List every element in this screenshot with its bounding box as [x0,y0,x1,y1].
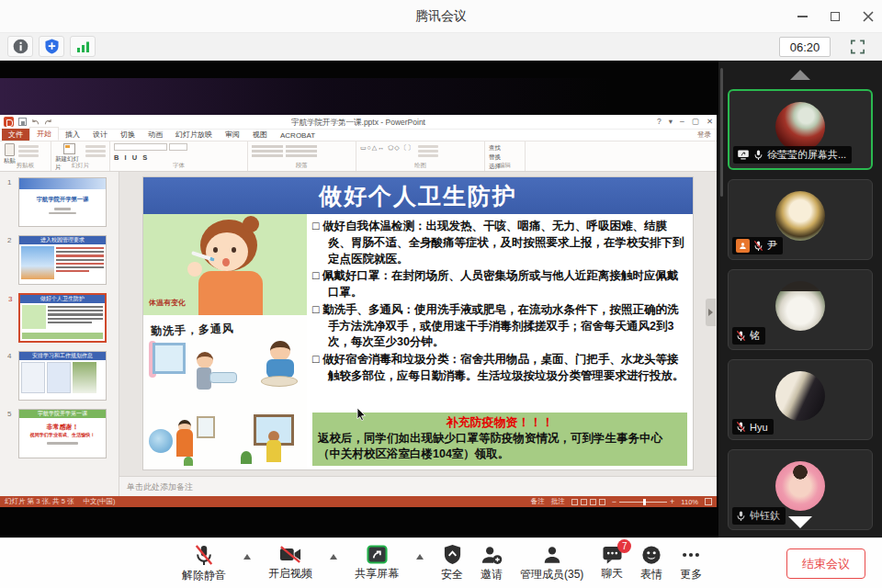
meeting-info-button[interactable] [7,36,33,57]
thumb2-title: 进入校园管理要求 [19,236,106,244]
comments-toggle[interactable]: 批注 [551,497,565,506]
shape-gallery[interactable]: ▭○△↔ ⬠◇〔〕 [360,143,415,152]
chevron-right-icon [708,309,713,316]
info-icon [13,39,28,54]
font-size-select[interactable] [169,143,187,151]
thumbnail-slide-5[interactable]: 5 宇航学院开学第一课 非常感谢！ 祝同学们学业有成、生活愉快！ [18,409,107,458]
ribbon-group-font: B I U S 字体 [110,141,248,171]
thumbnail-slide-1[interactable]: 1 宇航学院开学第一课 [18,177,107,227]
mic-muted-icon [194,544,214,566]
tab-view[interactable]: 视图 [246,129,274,141]
network-quality-button[interactable] [70,36,96,57]
thumb1-header [19,178,106,189]
mic-on-icon [736,510,746,522]
smiley-icon [641,545,662,565]
meeting-security-button[interactable] [39,36,64,57]
hand-washing-cartoon: 勤洗手，多通风 [143,315,307,469]
zoom-in-icon[interactable]: + [670,499,674,505]
share-screen-button[interactable]: 共享屏幕 [355,545,399,582]
unmute-button[interactable]: 解除静音 [182,544,226,583]
thumbnail-slide-3-selected[interactable]: 3 做好个人卫生防护 [18,293,107,343]
ppt-document-title: 宇航学院开学第一课.pptx - PowerPoint [0,118,717,129]
security-button[interactable]: 安全 [441,544,463,582]
find-button[interactable]: 查找 [489,144,501,153]
zoom-out-icon[interactable]: − [612,499,616,505]
timer-value: 06:20 [790,40,820,54]
slide-title-banner: 做好个人卫生防护 [143,177,693,214]
tab-insert[interactable]: 插入 [59,129,86,141]
tab-animations[interactable]: 动画 [141,129,169,141]
tab-file[interactable]: 文件 [2,129,29,141]
mic-muted-icon [736,330,746,342]
start-video-button[interactable]: 开启视频 [268,545,312,582]
invite-button[interactable]: 邀请 [481,545,503,582]
tab-acrobat[interactable]: ACROBAT [274,130,322,141]
scrollbar-thumb[interactable] [706,299,716,326]
group-label-drawing: 绘图 [356,162,484,170]
avatar [775,461,825,511]
sidebar-scrollbar[interactable] [720,68,723,197]
scroll-up-arrow[interactable] [790,70,810,80]
ppt-ribbon-display-button[interactable]: ▾ [669,117,673,126]
emoji-button[interactable]: 表情 [640,545,662,582]
participant-tile[interactable]: 铭 [728,269,873,350]
paragraph-buttons-2[interactable] [286,143,317,157]
tab-home[interactable]: 开始 [29,127,59,141]
more-button[interactable]: 更多 [680,545,702,582]
group-label-editing: 编辑 [485,162,525,170]
fit-slide-icon[interactable] [705,498,712,505]
view-buttons[interactable] [571,499,605,505]
ppt-sign-in[interactable]: 登录 [697,130,711,140]
thumbnail-slide-4[interactable]: 4 安排学习和工作规划作息 [18,351,107,401]
thumbnail-slide-2[interactable]: 2 进入校园管理要求 [18,235,107,285]
mic-options-arrow[interactable] [243,554,251,560]
ppt-minimize-button[interactable]: – [680,117,684,126]
chat-button[interactable]: 7 聊天 [601,545,623,582]
ribbon-group-clipboard: 粘贴 剪贴板 [0,141,51,171]
zoom-slider-thumb[interactable] [643,499,646,505]
tab-review[interactable]: 审阅 [219,129,246,141]
tab-slideshow[interactable]: 幻灯片放映 [169,129,219,141]
zoom-level[interactable]: 110% [681,498,698,506]
participant-tile-sharer[interactable]: 徐莹莹的屏幕共... [728,89,873,170]
scroll-down-arrow[interactable] [788,516,812,528]
ppt-close-button[interactable]: ✕ [707,117,713,126]
ribbon-group-editing: 查找 替换 选择 编辑 [485,141,526,171]
minimize-icon [797,16,808,17]
signal-bars-icon [76,40,90,53]
meeting-status-bar: 06:20 [0,33,882,61]
zoom-slider[interactable]: − + [612,499,675,505]
participant-name: 铭 [750,329,760,343]
drawing-mini-buttons[interactable] [418,143,438,157]
font-name-select[interactable] [114,143,167,151]
participant-tile[interactable]: Hyu [728,359,873,440]
close-button[interactable] [862,10,875,23]
slide-bullet: □ 做好自我体温检测：出现发热、干咳、咽痛、无力、呼吸困难、结膜炎、胃肠不适、全… [312,219,687,267]
font-style-buttons[interactable]: B I U S [114,153,187,162]
clipboard-mini-buttons[interactable] [18,143,39,157]
notes-toggle[interactable]: 备注 [531,497,545,506]
share-options-arrow[interactable] [416,554,424,560]
paragraph-buttons[interactable] [252,143,283,157]
tab-transitions[interactable]: 切换 [114,129,141,141]
screen-share-icon [737,150,750,160]
video-options-arrow[interactable] [330,554,337,560]
fullscreen-icon [850,40,865,54]
notes-pane[interactable]: 单击此处添加备注 [119,476,717,496]
slides-mini-buttons[interactable] [85,143,106,157]
end-meeting-button[interactable]: 结束会议 [786,548,865,579]
mic-muted-icon [736,421,746,433]
ppt-help-button[interactable]: ? [657,117,662,126]
tab-design[interactable]: 设计 [86,129,114,141]
language-indicator[interactable]: 中文(中国) [83,497,115,506]
minimize-button[interactable] [796,10,808,23]
thumb3-green-box [22,333,103,339]
participant-tile[interactable]: 尹 [728,179,873,260]
ppt-maximize-button[interactable]: ▢ [692,117,699,126]
replace-button[interactable]: 替换 [489,153,501,162]
fullscreen-button[interactable] [847,38,867,56]
thumb5-title: 宇航学院开学第一课 [19,410,106,418]
participant-name: Hyu [750,422,768,433]
maximize-button[interactable] [829,10,842,23]
manage-members-button[interactable]: 管理成员(35) [520,545,583,582]
